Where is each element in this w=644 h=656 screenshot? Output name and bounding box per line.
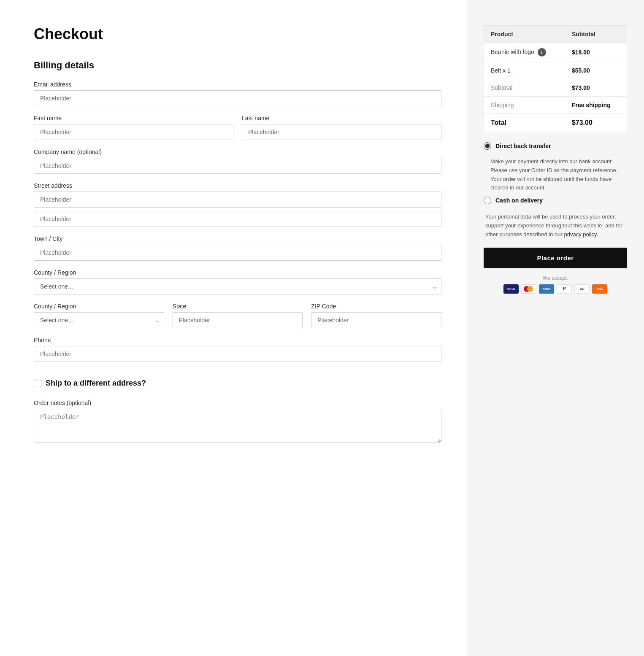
zip-input[interactable] <box>311 312 441 328</box>
shipping-value: Free shipping <box>565 97 627 114</box>
cash-delivery-label[interactable]: Cash on delivery <box>484 197 627 204</box>
col-product: Product <box>484 26 565 43</box>
table-row: Belt x 1 $55.00 <box>484 62 627 79</box>
last-name-input[interactable] <box>242 124 441 140</box>
name-row: First name Last name <box>34 115 441 148</box>
zip-group: ZIP Code <box>311 303 441 328</box>
town-input[interactable] <box>34 245 441 261</box>
street-label: Street address <box>34 182 441 189</box>
phone-group: Phone <box>34 337 441 362</box>
price-1: $18.00 <box>565 43 627 62</box>
town-group: Town / City <box>34 235 441 261</box>
county-region-select-2[interactable]: Select one... <box>34 312 164 328</box>
total-row: Total $73.00 <box>484 114 627 132</box>
cash-delivery-option: Cash on delivery <box>484 197 627 204</box>
order-notes-label: Order notes (optional) <box>34 400 441 406</box>
price-2: $55.00 <box>565 62 627 79</box>
phone-input[interactable] <box>34 346 441 362</box>
paypal-icon: P <box>557 284 572 294</box>
payment-icons: VISA AMEX P DC DISC <box>484 284 627 294</box>
first-name-label: First name <box>34 115 233 121</box>
state-input[interactable] <box>173 312 303 328</box>
ship-checkbox-label[interactable]: Ship to a different address? <box>46 379 146 388</box>
zip-label: ZIP Code <box>311 303 441 310</box>
subtotal-row: Subtotal $73.00 <box>484 79 627 97</box>
ship-checkbox-row: Ship to a different address? <box>34 379 441 388</box>
county-region-select-wrapper: Select one... ⌵ <box>34 278 441 294</box>
table-row: Beanie with logo 1 $18.00 <box>484 43 627 62</box>
order-summary-table: Product Subtotal Beanie with logo 1 $18.… <box>484 25 627 132</box>
discover-icon: DISC <box>592 284 607 294</box>
direct-transfer-option: Direct back transfer <box>484 142 627 150</box>
order-notes-group: Order notes (optional) <box>34 400 441 444</box>
left-panel: Checkout Billing details Email address F… <box>0 0 467 656</box>
amex-icon: AMEX <box>539 284 554 294</box>
privacy-text: Your personal data will be used to proce… <box>484 213 627 239</box>
street-group: Street address <box>34 182 441 227</box>
privacy-policy-link[interactable]: privacy policy <box>564 231 596 238</box>
subtotal-value: $73.00 <box>565 79 627 97</box>
company-label: Company name (optional) <box>34 148 441 155</box>
county-state-zip-row: County / Region Select one... ⌵ State ZI… <box>34 303 441 337</box>
order-notes-input[interactable] <box>34 409 441 443</box>
county-region-group-2: County / Region Select one... ⌵ <box>34 303 164 328</box>
direct-transfer-desc: Make your payment directly into our bank… <box>484 153 627 197</box>
email-label: Email address <box>34 81 441 88</box>
state-label: State <box>173 303 303 310</box>
last-name-label: Last name <box>242 115 441 121</box>
company-input[interactable] <box>34 158 441 174</box>
email-input[interactable] <box>34 90 441 106</box>
total-value: $73.00 <box>565 114 627 132</box>
product-name-1: Beanie with logo 1 <box>484 43 565 62</box>
county-region-label: County / Region <box>34 269 441 276</box>
county-region-select-wrapper-2: Select one... ⌵ <box>34 312 164 328</box>
total-label: Total <box>484 114 565 132</box>
first-name-input[interactable] <box>34 124 233 140</box>
street-input-1[interactable] <box>34 192 441 208</box>
town-label: Town / City <box>34 235 441 242</box>
cash-delivery-radio[interactable] <box>484 197 491 204</box>
last-name-group: Last name <box>242 115 441 140</box>
payment-section: Direct back transfer Make your payment d… <box>484 142 627 204</box>
diners-icon: DC <box>574 284 590 294</box>
visa-icon: VISA <box>503 284 519 294</box>
shipping-row: Shipping Free shipping <box>484 97 627 114</box>
county-region-label-2: County / Region <box>34 303 164 310</box>
county-region-group: County / Region Select one... ⌵ <box>34 269 441 294</box>
street-input-2[interactable] <box>34 211 441 227</box>
subtotal-label: Subtotal <box>484 79 565 97</box>
billing-section-title: Billing details <box>34 60 441 71</box>
we-accept-label: We accept: <box>484 275 627 281</box>
phone-label: Phone <box>34 337 441 343</box>
product-name-2: Belt x 1 <box>484 62 565 79</box>
first-name-group: First name <box>34 115 233 140</box>
direct-transfer-label[interactable]: Direct back transfer <box>484 142 627 150</box>
place-order-button[interactable]: Place order <box>484 248 627 268</box>
shipping-label: Shipping <box>484 97 565 114</box>
state-group: State <box>173 303 303 328</box>
email-group: Email address <box>34 81 441 106</box>
mastercard-icon <box>521 284 536 294</box>
ship-checkbox[interactable] <box>34 380 41 387</box>
company-group: Company name (optional) <box>34 148 441 174</box>
right-panel: Product Subtotal Beanie with logo 1 $18.… <box>467 0 644 656</box>
page-title: Checkout <box>34 25 441 43</box>
col-subtotal: Subtotal <box>565 26 627 43</box>
direct-transfer-radio[interactable] <box>484 142 491 150</box>
county-region-select[interactable]: Select one... <box>34 278 441 294</box>
qty-badge-1: 1 <box>538 48 546 57</box>
